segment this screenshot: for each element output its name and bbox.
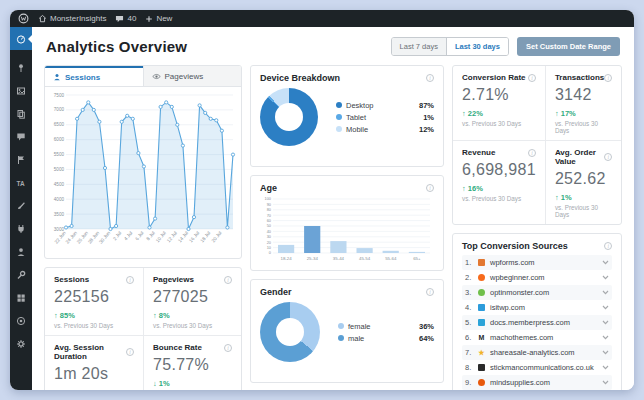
sidebar-item-monsterinsights[interactable] — [10, 309, 32, 332]
info-icon[interactable]: i — [126, 276, 134, 284]
svg-text:10 Jul: 10 Jul — [155, 230, 167, 243]
source-row-wpforms.com[interactable]: 1.wpforms.com — [462, 255, 612, 270]
column-left: Sessions Pageviews 300035004000450050005… — [44, 65, 242, 390]
svg-text:55-64: 55-64 — [385, 256, 397, 261]
sidebar-item-collapse[interactable] — [10, 332, 32, 355]
chevron-down-icon[interactable] — [602, 350, 609, 355]
sidebar-item-settings[interactable] — [10, 286, 32, 309]
browser-window: MonsterInsights 40 New TA Analytics Over… — [10, 10, 634, 390]
svg-text:16 Jul: 16 Jul — [188, 230, 200, 243]
dashboard-grid: Sessions Pageviews 300035004000450050005… — [44, 65, 622, 390]
main-content: Analytics Overview Last 7 days Last 30 d… — [32, 27, 634, 390]
comment-bubble-icon — [115, 15, 124, 23]
source-row-stickmancommunications.co.uk[interactable]: 8.stickmancommunications.co.uk — [462, 360, 612, 375]
sidebar-item-comments[interactable] — [10, 125, 32, 148]
sessions-chart-card: Sessions Pageviews 300035004000450050005… — [44, 65, 242, 259]
source-rank: 4. — [465, 303, 478, 312]
info-icon[interactable]: i — [426, 184, 434, 192]
svg-text:12 Jul: 12 Jul — [166, 230, 178, 243]
info-icon[interactable]: i — [528, 74, 536, 82]
sidebar-item-tools[interactable] — [10, 263, 32, 286]
last-7-days-button[interactable]: Last 7 days — [392, 38, 446, 55]
svg-text:35-44: 35-44 — [333, 256, 345, 261]
source-row-isitwp.com[interactable]: 4.isitwp.com — [462, 300, 612, 315]
svg-text:25-34: 25-34 — [307, 256, 319, 261]
source-row-mindsupplies.com[interactable]: 9.mindsupplies.com — [462, 375, 612, 390]
legend-label: male — [348, 334, 364, 343]
tab-sessions[interactable]: Sessions — [45, 66, 143, 86]
source-row-wpbeginner.com[interactable]: 2.wpbeginner.com — [462, 270, 612, 285]
column-right: Conversion Ratei2.71%↑ 22%vs. Previous 3… — [452, 65, 622, 390]
new-content-menu[interactable]: New — [145, 14, 172, 23]
age-title: Age — [260, 183, 277, 193]
chevron-down-icon[interactable] — [602, 260, 609, 265]
comments-menu[interactable]: 40 — [115, 14, 136, 23]
legend-label: Desktop — [346, 101, 374, 110]
source-row-docs.memberpress.com[interactable]: 5.docs.memberpress.com — [462, 315, 612, 330]
stat-delta: ↓ 1% — [153, 379, 232, 388]
info-icon[interactable]: i — [224, 276, 232, 284]
stat-subtext: vs. Previous 30 Days — [555, 120, 612, 134]
chevron-down-icon[interactable] — [602, 290, 609, 295]
chevron-down-icon[interactable] — [602, 275, 609, 280]
chevron-down-icon[interactable] — [602, 305, 609, 310]
stat-card-pageviews: Pageviewsi277025↑ 8%vs. Previous 30 Days — [143, 268, 241, 335]
chevron-down-icon[interactable] — [602, 320, 609, 325]
monsterinsights-icon — [16, 316, 26, 326]
chevron-down-icon[interactable] — [602, 380, 609, 385]
source-rank: 5. — [465, 318, 478, 327]
sidebar-item-posts[interactable] — [10, 56, 32, 79]
sidebar-item-users[interactable] — [10, 240, 32, 263]
svg-text:20 Jul: 20 Jul — [211, 230, 223, 243]
svg-text:4 Jul: 4 Jul — [123, 230, 133, 241]
sidebar-item-media[interactable] — [10, 79, 32, 102]
legend-item-female: female36% — [338, 322, 434, 331]
chevron-down-icon[interactable] — [602, 365, 609, 370]
stat-title: Transactions — [555, 73, 604, 82]
site-favicon — [478, 304, 485, 311]
source-row-shareasale-analytics.com[interactable]: 7.★shareasale-analytics.com — [462, 345, 612, 360]
tab-pageviews-label: Pageviews — [165, 72, 204, 81]
legend-item-desktop: Desktop87% — [336, 101, 434, 110]
sidebar-item-dashboard[interactable] — [10, 27, 32, 50]
site-menu[interactable]: MonsterInsights — [38, 14, 106, 23]
stat-card-revenue: Revenuei6,698,981↑ 16%vs. Previous 30 Da… — [453, 140, 545, 224]
info-icon[interactable]: i — [604, 242, 612, 250]
site-favicon — [478, 259, 485, 266]
chevron-down-icon[interactable] — [602, 335, 609, 340]
info-icon[interactable]: i — [126, 348, 134, 356]
source-row-machothemes.com[interactable]: 6.Mmachothemes.com — [462, 330, 612, 345]
site-favicon — [478, 289, 485, 296]
sidebar-item-plugins[interactable] — [10, 217, 32, 240]
source-domain: wpbeginner.com — [490, 273, 545, 282]
legend-value: 1% — [423, 113, 434, 122]
svg-text:5500: 5500 — [54, 152, 65, 157]
info-icon[interactable]: i — [426, 74, 434, 82]
svg-text:2 Jul: 2 Jul — [112, 230, 122, 241]
sidebar-item-pages[interactable] — [10, 102, 32, 125]
source-row-optinmonster.com[interactable]: 3.optinmonster.com — [462, 285, 612, 300]
legend-item-mobile: Mobile12% — [336, 125, 434, 134]
stat-value: 252.62 — [555, 170, 612, 188]
info-icon[interactable]: i — [224, 344, 232, 352]
legend-dot — [338, 323, 344, 329]
source-rank: 3. — [465, 288, 478, 297]
info-icon[interactable]: i — [604, 153, 612, 161]
info-icon[interactable]: i — [426, 288, 434, 296]
stat-delta: ↑ 6% — [54, 388, 134, 390]
sidebar-item-feedback[interactable] — [10, 148, 32, 171]
svg-text:18 Jul: 18 Jul — [199, 230, 211, 243]
svg-text:50: 50 — [267, 223, 272, 228]
stats-grid-left: Sessionsi225156↑ 85%vs. Previous 30 Days… — [44, 267, 242, 390]
site-favicon — [478, 364, 485, 371]
info-icon[interactable]: i — [528, 149, 536, 157]
set-custom-date-range-button[interactable]: Set Custom Date Range — [517, 37, 620, 56]
wordpress-logo-icon[interactable] — [18, 13, 29, 24]
last-30-days-button[interactable]: Last 30 days — [446, 38, 508, 55]
sidebar-item-typography[interactable]: TA — [10, 171, 32, 194]
sidebar-item-appearance[interactable] — [10, 194, 32, 217]
tab-pageviews[interactable]: Pageviews — [143, 66, 242, 86]
date-range-controls: Last 7 days Last 30 days Set Custom Date… — [391, 37, 620, 56]
svg-text:6 Jul: 6 Jul — [134, 230, 144, 241]
info-icon[interactable]: i — [604, 74, 612, 82]
